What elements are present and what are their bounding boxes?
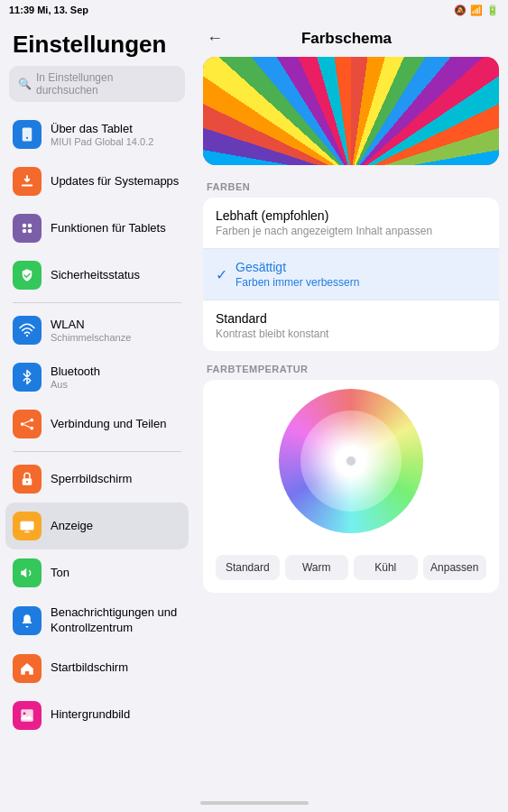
updates-label: Updates für Systemapps bbox=[51, 174, 179, 189]
bluetooth-label: Bluetooth bbox=[51, 364, 100, 380]
notif-icon: 🔕 bbox=[454, 5, 466, 16]
sidebar-item-wallpaper[interactable]: Hintergrundbild bbox=[0, 692, 194, 739]
sound-text: Ton bbox=[51, 566, 69, 581]
tablet-info-icon bbox=[13, 120, 42, 149]
security-icon bbox=[13, 261, 42, 290]
sound-label: Ton bbox=[51, 566, 69, 581]
home-indicator bbox=[200, 801, 309, 805]
sidebar-item-notifications[interactable]: Benachrichtigungen und Kontrollzentrum bbox=[0, 596, 194, 645]
right-panel: ← Farbschema FARBEN Lebhaft (empfohlen) … bbox=[194, 20, 508, 794]
color-wheel-container bbox=[203, 380, 499, 548]
option-vivid-title: Lebhaft (empfohlen) bbox=[216, 208, 486, 223]
color-wheel-dot bbox=[345, 455, 357, 467]
temp-section-label: FARBTEMPERATUR bbox=[194, 364, 508, 380]
divider-2 bbox=[13, 451, 181, 452]
wlan-icon bbox=[13, 316, 42, 345]
sidebar-item-lockscreen[interactable]: Sperrbildschirm bbox=[0, 456, 194, 503]
temp-btn-warm[interactable]: Warm bbox=[285, 555, 349, 580]
connection-icon bbox=[13, 410, 42, 438]
wlan-text: WLAN Schimmelschanze bbox=[51, 318, 131, 344]
sidebar-item-homescreen[interactable]: Startbildschirm bbox=[0, 645, 194, 692]
bluetooth-text: Bluetooth Aus bbox=[51, 364, 100, 391]
temp-btn-standard[interactable]: Standard bbox=[216, 555, 280, 580]
svg-point-8 bbox=[30, 419, 33, 422]
status-bar: 11:39 Mi, 13. Sep 🔕 📶 🔋 bbox=[0, 0, 508, 20]
status-time: 11:39 Mi, 13. Sep bbox=[9, 5, 88, 15]
search-bar[interactable]: 🔍 In Einstellungen durchsuchen bbox=[9, 66, 185, 102]
sidebar-item-connection[interactable]: Verbindung und Teilen bbox=[0, 401, 194, 448]
option-standard-sub: Kontrast bleibt konstant bbox=[216, 328, 486, 340]
sidebar-item-security[interactable]: Sicherheitsstatus bbox=[0, 252, 194, 299]
sidebar-item-display[interactable]: Anzeige bbox=[5, 503, 189, 549]
svg-rect-0 bbox=[23, 128, 32, 142]
temp-btn-custom[interactable]: Anpassen bbox=[423, 555, 487, 580]
tablet-info-sublabel: MIUI Pad Global 14.0.2 bbox=[51, 136, 153, 147]
notifications-text: Benachrichtigungen und Kontrollzentrum bbox=[51, 605, 181, 636]
divider-1 bbox=[13, 302, 181, 303]
display-label: Anzeige bbox=[51, 519, 93, 534]
sidebar-item-tablet-info[interactable]: Über das Tablet MIUI Pad Global 14.0.2 bbox=[0, 111, 194, 158]
svg-rect-12 bbox=[21, 521, 34, 531]
svg-point-9 bbox=[30, 427, 33, 430]
updates-icon bbox=[13, 167, 42, 196]
lockscreen-icon bbox=[13, 465, 42, 494]
hero-image bbox=[203, 57, 499, 165]
wallpaper-icon bbox=[13, 701, 42, 730]
sidebar: Einstellungen 🔍 In Einstellungen durchsu… bbox=[0, 20, 194, 794]
homescreen-icon bbox=[13, 654, 42, 683]
sidebar-item-sound[interactable]: Ton bbox=[0, 549, 194, 596]
svg-point-1 bbox=[26, 137, 28, 139]
option-saturated-title: Gesättigt bbox=[236, 260, 486, 274]
tablet-info-text: Über das Tablet MIUI Pad Global 14.0.2 bbox=[51, 122, 153, 148]
check-icon: ✓ bbox=[216, 266, 227, 283]
option-saturated[interactable]: ✓ Gesättigt Farben immer verbessern bbox=[203, 248, 499, 300]
color-wheel[interactable] bbox=[279, 389, 423, 533]
svg-point-2 bbox=[23, 224, 27, 228]
search-icon: 🔍 bbox=[18, 78, 32, 90]
search-placeholder: In Einstellungen durchsuchen bbox=[36, 71, 176, 97]
svg-point-14 bbox=[23, 712, 26, 715]
bluetooth-icon bbox=[13, 363, 42, 392]
option-standard[interactable]: Standard Kontrast bleibt konstant bbox=[203, 300, 499, 351]
back-button[interactable]: ← bbox=[207, 29, 223, 48]
panel-title: Farbschema bbox=[232, 30, 461, 48]
wlan-sublabel: Schimmelschanze bbox=[51, 332, 131, 343]
option-vivid[interactable]: Lebhaft (empfohlen) Farben je nach angez… bbox=[203, 198, 499, 248]
sidebar-title: Einstellungen bbox=[0, 20, 194, 66]
updates-text: Updates für Systemapps bbox=[51, 174, 179, 189]
sidebar-item-functions[interactable]: Funktionen für Tablets bbox=[0, 205, 194, 252]
temp-buttons: Standard Warm Kühl Anpassen bbox=[203, 548, 499, 593]
bluetooth-sublabel: Aus bbox=[51, 379, 100, 390]
option-saturated-sub: Farben immer verbessern bbox=[236, 276, 486, 289]
status-icons: 🔕 📶 🔋 bbox=[454, 5, 499, 16]
security-text: Sicherheitsstatus bbox=[51, 268, 140, 283]
wallpaper-label: Hintergrundbild bbox=[51, 707, 130, 723]
notifications-icon bbox=[13, 606, 42, 635]
functions-label: Funktionen für Tablets bbox=[51, 221, 166, 236]
svg-point-3 bbox=[28, 224, 32, 228]
main-layout: Einstellungen 🔍 In Einstellungen durchsu… bbox=[0, 20, 508, 794]
connection-text: Verbindung und Teilen bbox=[51, 417, 166, 432]
sidebar-item-bluetooth[interactable]: Bluetooth Aus bbox=[0, 354, 194, 401]
sidebar-item-wlan[interactable]: WLAN Schimmelschanze bbox=[0, 307, 194, 354]
battery-icon: 🔋 bbox=[486, 5, 499, 16]
svg-point-7 bbox=[21, 422, 24, 426]
wifi-icon: 📶 bbox=[470, 5, 483, 16]
sound-icon bbox=[13, 558, 42, 587]
connection-label: Verbindung und Teilen bbox=[51, 417, 166, 432]
notifications-label: Benachrichtigungen und Kontrollzentrum bbox=[51, 605, 181, 636]
color-temp-card: Standard Warm Kühl Anpassen bbox=[203, 380, 499, 593]
sidebar-item-updates[interactable]: Updates für Systemapps bbox=[0, 158, 194, 205]
homescreen-text: Startbildschirm bbox=[51, 660, 128, 676]
temp-btn-cool[interactable]: Kühl bbox=[354, 555, 418, 580]
tablet-info-label: Über das Tablet bbox=[51, 122, 153, 137]
display-text: Anzeige bbox=[51, 519, 93, 534]
functions-icon bbox=[13, 214, 42, 243]
security-label: Sicherheitsstatus bbox=[51, 268, 140, 283]
svg-rect-13 bbox=[21, 709, 33, 722]
svg-point-6 bbox=[26, 335, 28, 337]
display-icon bbox=[13, 512, 42, 540]
wlan-label: WLAN bbox=[51, 318, 131, 333]
option-vivid-sub: Farben je nach angezeigtem Inhalt anpass… bbox=[216, 225, 486, 237]
wallpaper-text: Hintergrundbild bbox=[51, 707, 130, 723]
